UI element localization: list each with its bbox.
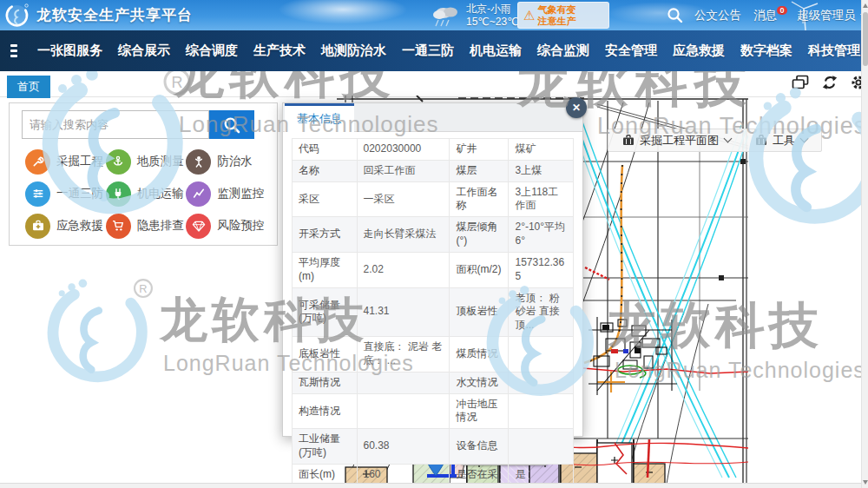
table-row: 构造情况 冲击地压情况 bbox=[293, 393, 574, 429]
cell-value: 老顶： 粉砂岩 直接顶... bbox=[509, 287, 574, 336]
cell-value bbox=[357, 393, 450, 429]
survey-icon bbox=[106, 149, 131, 175]
cell-value: 2°-10°平均6° bbox=[509, 217, 574, 253]
nav-item-display[interactable]: 综合展示 bbox=[118, 43, 170, 59]
quick-item-risk-control[interactable]: 风险预控 bbox=[186, 213, 266, 239]
content-area: 首页 bbox=[0, 71, 868, 488]
message-count-badge: 0 bbox=[777, 6, 787, 15]
table-row: 采区 一采区 工作面名称 3上118工作面 bbox=[293, 181, 574, 217]
nav-item-electromech[interactable]: 机电运输 bbox=[470, 43, 522, 59]
dialog-body: 代码 0202030000 矿井 煤矿 名称 回采工作面 煤层 3上煤 采区 一… bbox=[283, 132, 582, 488]
wrench-icon bbox=[25, 149, 50, 175]
search-button[interactable] bbox=[209, 110, 254, 139]
cart-icon bbox=[106, 214, 131, 239]
weather-temp: 15℃~23℃ bbox=[466, 16, 519, 29]
cell-label: 面积(m/2) bbox=[450, 252, 509, 287]
main-nav: 一张图服务 综合展示 综合调度 生产技术 地测防治水 一通三防 机电运输 综合监… bbox=[0, 30, 868, 71]
scrollbar-thumb[interactable] bbox=[863, 12, 868, 66]
quick-item-electromechanical[interactable]: 机电运输 bbox=[106, 181, 187, 207]
quick-item-emergency-rescue[interactable]: 应急救援 bbox=[25, 213, 106, 239]
page: 龙软安全生产共享平台 北京-小雨 15℃~23℃ ⚠ 气象有变 注意生产 公文公… bbox=[0, 0, 868, 488]
username-label: 超级管理员 bbox=[797, 9, 856, 22]
nav-item-production[interactable]: 生产技术 bbox=[253, 43, 306, 59]
cell-label: 矿井 bbox=[450, 139, 509, 161]
quick-item-ventilation[interactable]: 一通三防 bbox=[25, 181, 106, 207]
cell-label: 采区 bbox=[293, 181, 358, 217]
cell-value bbox=[509, 429, 574, 465]
tools-label: 工具 bbox=[773, 133, 795, 148]
cell-label: 水文情况 bbox=[450, 372, 509, 393]
quick-item-monitoring[interactable]: 监测监控 bbox=[186, 181, 266, 207]
nav-item-dispatch[interactable]: 综合调度 bbox=[186, 43, 238, 59]
scroll-up-arrow[interactable] bbox=[863, 3, 868, 8]
cell-value: 走向长臂采煤法 bbox=[357, 217, 450, 253]
cell-value: 煤矿 bbox=[509, 139, 574, 161]
cell-label: 煤质情况 bbox=[450, 337, 509, 373]
nav-item-geology-water[interactable]: 地测防治水 bbox=[321, 43, 386, 59]
alert-line2: 注意生产 bbox=[537, 16, 575, 27]
nav-item-rescue[interactable]: 应急救援 bbox=[673, 43, 725, 59]
tools-button[interactable]: 工具 bbox=[755, 133, 807, 148]
horizontal-scrollbar[interactable] bbox=[0, 483, 861, 488]
refresh-icon[interactable] bbox=[822, 75, 838, 90]
tab-basic-info[interactable]: 基本信息 bbox=[285, 103, 354, 132]
scroll-down-arrow[interactable] bbox=[863, 480, 868, 485]
search-bar bbox=[22, 110, 254, 139]
cell-value: 回采工作面 bbox=[357, 160, 450, 181]
cell-value bbox=[509, 372, 574, 393]
table-row: 工业储量(万吨) 60.38 设备信息 bbox=[293, 429, 574, 465]
sliders-icon bbox=[25, 181, 50, 207]
cell-label: 工作面名称 bbox=[450, 181, 509, 217]
quick-item-label: 监测监控 bbox=[217, 186, 264, 201]
dialog-header: 基本信息 bbox=[283, 103, 582, 132]
close-icon[interactable]: ✕ bbox=[566, 97, 587, 118]
messages-label: 消息 bbox=[753, 9, 777, 22]
quick-item-label: 应急救援 bbox=[56, 218, 103, 234]
quick-item-label: 风险预控 bbox=[217, 218, 264, 234]
nav-item-map-service[interactable]: 一张图服务 bbox=[37, 43, 102, 59]
rain-cloud-icon bbox=[431, 4, 461, 27]
alert-line1: 气象有变 bbox=[537, 4, 575, 16]
cell-label: 设备信息 bbox=[450, 429, 509, 465]
app-logo bbox=[4, 3, 30, 28]
search-icon bbox=[223, 116, 240, 134]
nav-item-archives[interactable]: 数字档案 bbox=[740, 43, 792, 59]
search-icon[interactable] bbox=[667, 7, 683, 23]
announcements-link[interactable]: 公文公告 bbox=[694, 0, 741, 30]
quick-item-label: 隐患排查 bbox=[137, 218, 184, 234]
watermark-logo bbox=[732, 80, 868, 243]
cell-value: 157312.365 bbox=[509, 252, 574, 287]
quick-item-hazard-inspection[interactable]: 隐患排查 bbox=[106, 213, 187, 239]
nav-item-safety[interactable]: 安全管理 bbox=[605, 43, 657, 59]
table-row: 瓦斯情况 水文情况 bbox=[293, 372, 574, 393]
quick-item-label: 一通三防 bbox=[56, 186, 103, 201]
quick-menu-grid: 采掘工程 地质测量 防治水 一通三防 bbox=[25, 148, 266, 239]
vertical-scrollbar[interactable] bbox=[861, 0, 868, 488]
nav-item-monitoring[interactable]: 综合监测 bbox=[537, 43, 589, 59]
nav-item-technology[interactable]: 科技管理 bbox=[808, 43, 860, 59]
tab-home[interactable]: 首页 bbox=[7, 76, 50, 98]
top-header: 龙软安全生产共享平台 北京-小雨 15℃~23℃ ⚠ 气象有变 注意生产 公文公… bbox=[0, 0, 868, 30]
weather-alert[interactable]: ⚠ 气象有变 注意生产 bbox=[517, 2, 609, 29]
layer-select-button[interactable]: 采掘工程平面图 bbox=[622, 133, 731, 148]
messages-link[interactable]: 消息0 bbox=[753, 0, 787, 30]
watermark-logo: R bbox=[35, 274, 158, 397]
quick-item-label: 地质测量 bbox=[137, 154, 184, 169]
cell-value: 直接底： 泥岩 老底： ... bbox=[357, 337, 450, 373]
duplicate-window-icon[interactable] bbox=[792, 75, 809, 90]
quick-item-geology-survey[interactable]: 地质测量 bbox=[106, 148, 187, 175]
cell-value: 一采区 bbox=[357, 181, 450, 217]
table-row: 名称 回采工作面 煤层 3上煤 bbox=[293, 160, 574, 181]
briefcase-icon bbox=[755, 135, 767, 146]
view-controls bbox=[792, 75, 866, 90]
table-row: 可采储量(万吨) 41.31 顶板岩性 老顶： 粉砂岩 直接顶... bbox=[293, 287, 574, 336]
user-menu[interactable]: 超级管理员 bbox=[797, 0, 867, 30]
quick-item-water-control[interactable]: 防治水 bbox=[186, 148, 266, 175]
cell-label: 可采储量(万吨) bbox=[293, 287, 358, 336]
search-input[interactable] bbox=[22, 110, 209, 139]
quick-item-label: 机电运输 bbox=[137, 186, 184, 201]
quick-item-excavation[interactable]: 采掘工程 bbox=[25, 148, 106, 175]
table-row: 平均厚度(m) 2.02 面积(m/2) 157312.365 bbox=[293, 252, 574, 287]
hamburger-menu-icon[interactable] bbox=[10, 42, 17, 60]
nav-item-ventilation[interactable]: 一通三防 bbox=[402, 43, 454, 59]
